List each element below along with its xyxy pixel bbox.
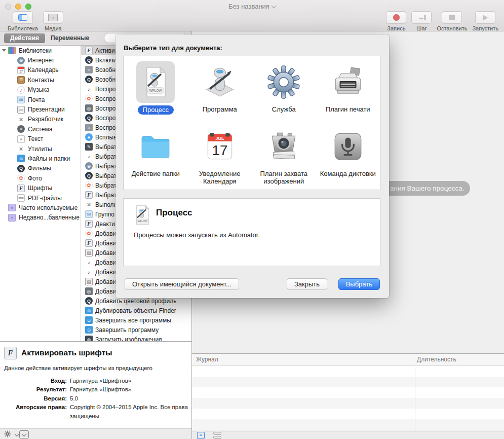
type-service[interactable]: Служба [252, 59, 316, 124]
sidebar-item[interactable]: *Часто используемые [0, 203, 81, 212]
sidebar-item-label: Часто используемые [19, 204, 77, 211]
fontbook-icon: F [85, 220, 93, 228]
finder-icon: ☺ [17, 155, 25, 162]
sidebar-item-label: Почта [28, 96, 45, 103]
sidebar-item[interactable]: ×Разработчик [0, 115, 81, 124]
sidebar-item[interactable]: QФильмы [0, 164, 81, 173]
sidebar-item-label: PDF-файлы [28, 195, 62, 202]
action-item-label: Воспро [95, 124, 116, 131]
type-application[interactable]: Программа [188, 59, 252, 124]
svg-text:WFLOW: WFLOW [138, 220, 147, 223]
record-button[interactable]: Запись [386, 11, 406, 31]
finder-icon: ☺ [85, 316, 93, 324]
sidebar-item-label: Презентации [28, 106, 65, 113]
camera-icon [267, 130, 300, 163]
log-row [192, 377, 504, 387]
sidebar-item[interactable]: ♪Музыка [0, 85, 81, 95]
sidebar-item-label: Недавно...бавленные [19, 214, 80, 221]
action-item-label: Воспро [95, 95, 116, 102]
sidebar-item[interactable]: ☰Контакты [0, 75, 81, 85]
stop-icon [449, 15, 455, 20]
action-item-label: Добави [95, 249, 116, 257]
action-menu-button[interactable] [4, 430, 19, 437]
detail-field-row: Результат: Гарнитура «Шрифтов» [0, 385, 188, 394]
log-view-icon[interactable]: ≡ [197, 432, 205, 439]
stop-button-label: Остановить [437, 25, 467, 31]
log-column-duration[interactable]: Длительность [417, 356, 456, 363]
type-folder-action[interactable]: Действие папки [124, 124, 188, 188]
log-row [192, 398, 504, 409]
action-list-item[interactable]: ◎Загрузить изображения [81, 335, 191, 341]
type-label-print-plugin: Плагин печати [326, 105, 370, 114]
sidebar-item[interactable]: PDFPDF-файлы [0, 193, 81, 203]
media-button-label: Медиа [45, 25, 62, 31]
panel-collapse-button[interactable] [19, 430, 29, 438]
choose-button[interactable]: Выбрать [338, 278, 380, 290]
log-column-journal[interactable]: Журнал [196, 356, 218, 363]
field-value: Гарнитура «Шрифтов» [70, 377, 188, 385]
sidebar-item[interactable]: ☺Файлы и папки [0, 154, 81, 163]
sidebar-item-label: Библиотеки [19, 47, 52, 54]
action-item-label: Выбрат [95, 192, 117, 199]
sidebar-panel-icon [18, 14, 27, 21]
sidebar-item-label: Система [28, 126, 52, 133]
results-view-icon[interactable] [213, 432, 221, 439]
sidebar-item[interactable]: ≡Текст [0, 134, 81, 144]
record-button-label: Запись [387, 25, 405, 31]
fontbook-icon: F [17, 185, 25, 192]
close-button[interactable]: Закрыть [287, 278, 327, 290]
type-calendar-alarm[interactable]: JUL 17 Уведомление Календаря [188, 124, 252, 188]
stop-button[interactable]: Остановить [437, 11, 467, 31]
camera-icon: ◎ [85, 287, 93, 295]
sidebar-item[interactable]: ✿Фото [0, 173, 81, 183]
media-button[interactable]: ♪ Медиа [43, 11, 63, 31]
quicktime-icon: Q [85, 297, 93, 305]
step-button[interactable]: → Шаг [411, 11, 432, 31]
sidebar-item-label: Шрифты [28, 185, 52, 192]
action-list-item[interactable]: ☺Завершить программу [81, 325, 191, 335]
sidebar-item[interactable]: 17Календарь [0, 65, 81, 75]
smartfolder-icon: * [8, 214, 16, 222]
action-list-item[interactable]: ☺Дублировать объекты Finder [81, 306, 191, 315]
selected-type-title: Процесс [156, 208, 192, 218]
sidebar-item[interactable]: ×Утилиты [0, 144, 81, 154]
sidebar-item[interactable]: ⊕Интернет [0, 55, 81, 65]
action-item-label: Дублировать объекты Finder [95, 307, 176, 314]
type-dictation-command[interactable]: Команда диктовки [316, 124, 380, 188]
type-image-capture-plugin[interactable]: Плагин захвата изображений [252, 124, 316, 188]
libraries-icon [8, 47, 16, 54]
photos-icon: ✿ [17, 174, 25, 182]
field-value: Copyright © 2004–2015 Apple Inc. Все пра… [70, 403, 188, 421]
open-existing-document-button[interactable]: Открыть имеющийся документ... [125, 278, 239, 290]
disclosure-triangle-icon[interactable] [2, 49, 6, 52]
action-item-label: Завершить все программы [95, 317, 171, 324]
sidebar-item[interactable]: Библиотеки [0, 46, 81, 55]
sidebar-item[interactable]: *Система [0, 124, 81, 134]
detail-field-row: Вход: Гарнитура «Шрифтов» [0, 377, 188, 385]
sidebar-item[interactable]: ✉Почта [0, 95, 81, 104]
library-button-label: Библиотека [8, 25, 38, 31]
tab-variables[interactable]: Переменные [51, 33, 89, 43]
itunes-icon: ♪ [85, 85, 93, 93]
action-list-item[interactable]: ☺Завершить все программы [81, 315, 191, 325]
sidebar-item[interactable]: FШрифты [0, 183, 81, 193]
library-toggle-button[interactable]: Библиотека [8, 11, 38, 31]
log-row [192, 419, 504, 430]
action-item-label: Добави [95, 230, 116, 237]
tab-actions[interactable]: Действия [4, 33, 45, 43]
run-button[interactable]: Запустить [472, 11, 498, 31]
window-title-text: Без названия [228, 3, 269, 10]
log-column-divider [415, 366, 415, 430]
action-item-label: Включи [95, 57, 117, 64]
sidebar-item[interactable]: ▭Презентации [0, 104, 81, 114]
sidebar-item[interactable]: *Недавно...бавленные [0, 213, 81, 223]
type-print-plugin[interactable]: Плагин печати [316, 59, 380, 124]
action-item-label: Выбрат [95, 163, 117, 170]
type-workflow[interactable]: WFLOW Процесс [124, 59, 188, 124]
gear-icon [4, 430, 11, 437]
mail-icon: ✉ [85, 210, 93, 218]
action-item-label: Выбрат [95, 172, 117, 179]
title-chevron-down-icon[interactable] [271, 4, 276, 9]
sidebar-item-label: Разработчик [28, 116, 63, 123]
action-item-label: Возобн [95, 76, 115, 83]
